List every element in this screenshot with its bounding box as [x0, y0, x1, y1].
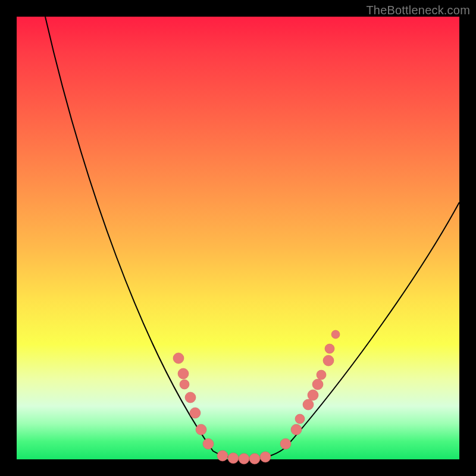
data-point	[217, 450, 228, 461]
data-point	[173, 353, 184, 364]
curve-group	[45, 17, 459, 459]
data-point	[331, 330, 340, 339]
data-point	[303, 399, 314, 410]
data-point	[190, 408, 201, 418]
data-point	[291, 424, 302, 435]
data-point	[185, 392, 196, 403]
left-curve	[45, 17, 248, 459]
data-point	[228, 453, 239, 464]
data-point	[196, 424, 206, 435]
data-point	[260, 452, 271, 462]
data-point	[249, 453, 260, 464]
data-point	[323, 355, 334, 366]
dot-group	[173, 330, 340, 464]
data-point	[295, 414, 305, 424]
plot-area	[17, 17, 459, 459]
data-point	[178, 368, 189, 379]
data-point	[239, 453, 249, 464]
data-point	[317, 370, 326, 380]
data-point	[203, 439, 214, 449]
data-point	[308, 390, 318, 400]
watermark-text: TheBottleneck.com	[366, 4, 470, 17]
data-point	[325, 344, 334, 353]
chart-svg	[17, 17, 459, 459]
data-point	[180, 380, 189, 389]
right-curve	[248, 202, 459, 459]
data-point	[280, 439, 291, 449]
chart-frame: TheBottleneck.com	[0, 0, 476, 476]
data-point	[312, 379, 323, 390]
